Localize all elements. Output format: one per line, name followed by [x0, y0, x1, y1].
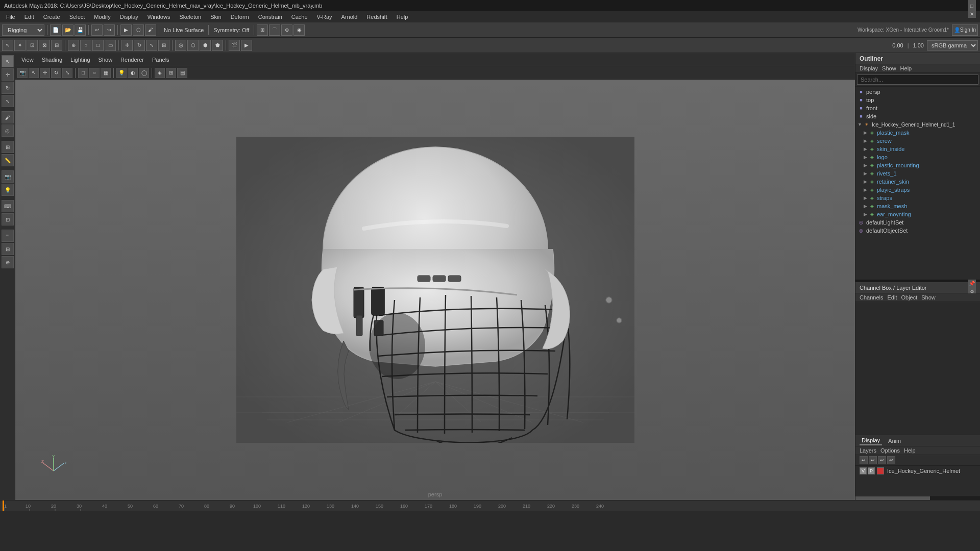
- bevel-btn[interactable]: ⬟: [212, 40, 223, 51]
- menu-windows[interactable]: Windows: [143, 13, 175, 21]
- vp-rotate-icon[interactable]: ↻: [51, 68, 61, 78]
- vp-select-icon[interactable]: ↖: [29, 68, 39, 78]
- vp-menu-view[interactable]: View: [18, 56, 37, 64]
- vp-menu-renderer[interactable]: Renderer: [117, 56, 147, 64]
- close-button[interactable]: ✕: [968, 10, 976, 18]
- snap-surface-btn[interactable]: ◉: [293, 24, 305, 36]
- ch-menu-object[interactable]: Object: [901, 294, 917, 300]
- menu-redshift[interactable]: Redshift: [362, 13, 391, 21]
- tree-item-helmet-root[interactable]: ▼ ✶ Ice_Hockey_Generic_Helmet_nd1_1: [855, 120, 980, 129]
- menu-vray[interactable]: V-Ray: [313, 13, 336, 21]
- menu-edit[interactable]: Edit: [20, 13, 38, 21]
- channel-pin-btn[interactable]: 📌: [968, 280, 976, 288]
- undo-btn[interactable]: ↩: [91, 24, 103, 36]
- menu-skin[interactable]: Skin: [206, 13, 225, 21]
- right-scrollbar[interactable]: [855, 496, 980, 500]
- script-tool[interactable]: ⌨: [2, 200, 14, 212]
- rotate-btn[interactable]: ↻: [134, 40, 145, 51]
- new-scene-btn[interactable]: 📄: [50, 24, 61, 36]
- vp-smooth-icon[interactable]: ○: [89, 68, 100, 78]
- vp-wireframe-icon[interactable]: □: [78, 68, 88, 78]
- rotate-tool[interactable]: ↻: [2, 82, 14, 94]
- tree-item-rivets[interactable]: ▶ ◈ rivets_1: [855, 169, 980, 178]
- layer-menu-help[interactable]: Help: [904, 447, 916, 454]
- deselect-btn[interactable]: ⊠: [39, 40, 50, 51]
- sculpt-tool[interactable]: ◎: [2, 124, 14, 137]
- invert-sel-btn[interactable]: ⊟: [51, 40, 62, 51]
- tree-item-plastic-mask[interactable]: ▶ ◈ plastic_mask: [855, 129, 980, 137]
- menu-help[interactable]: Help: [393, 13, 412, 21]
- vp-isolate-icon[interactable]: ◈: [155, 68, 165, 78]
- save-scene-btn[interactable]: 💾: [75, 24, 86, 36]
- render-btn[interactable]: 🎬: [229, 40, 240, 51]
- measure-tool[interactable]: 📏: [2, 154, 14, 166]
- color-space-dropdown[interactable]: sRGB gamma: [927, 40, 978, 51]
- ch-menu-channels[interactable]: Channels: [860, 294, 883, 300]
- paint-select-btn[interactable]: 🖌: [145, 24, 156, 36]
- move-btn[interactable]: ✛: [121, 40, 133, 51]
- ch-menu-show[interactable]: Show: [921, 294, 936, 300]
- menu-constrain[interactable]: Constrain: [254, 13, 286, 21]
- light-tool[interactable]: 💡: [2, 184, 14, 196]
- menu-modify[interactable]: Modify: [90, 13, 114, 21]
- layer-tool[interactable]: ⊟: [2, 243, 14, 255]
- module-dropdown[interactable]: Rigging Modeling Animation: [2, 24, 44, 36]
- layer-options-btn[interactable]: ↩: [887, 456, 895, 464]
- move-tool[interactable]: ✛: [2, 68, 14, 81]
- outliner-menu-help[interactable]: Help: [900, 65, 912, 71]
- ch-menu-edit[interactable]: Edit: [887, 294, 897, 300]
- menu-skeleton[interactable]: Skeleton: [175, 13, 205, 21]
- camera-tool[interactable]: 📷: [2, 170, 14, 183]
- attr-tool[interactable]: ⊕: [2, 256, 14, 268]
- layer-playback-btn[interactable]: P: [868, 467, 875, 474]
- vp-camera-icon[interactable]: 📷: [17, 68, 28, 78]
- tree-item-straps[interactable]: ▶ ◈ straps: [855, 194, 980, 202]
- layer-visibility-btn[interactable]: V: [860, 467, 867, 474]
- tree-item-persp[interactable]: ■ persp: [855, 88, 980, 96]
- layer-menu-options[interactable]: Options: [880, 447, 900, 454]
- menu-display[interactable]: Display: [116, 13, 142, 21]
- vp-menu-show[interactable]: Show: [95, 56, 116, 64]
- layer-menu-layers[interactable]: Layers: [860, 447, 876, 454]
- sign-in-btn[interactable]: 👤 Sign In: [952, 24, 978, 36]
- select-tool[interactable]: ↖: [2, 55, 14, 67]
- vp-texture-icon[interactable]: ▦: [101, 68, 111, 78]
- vp-light-icon[interactable]: 💡: [116, 68, 127, 78]
- open-scene-btn[interactable]: 📂: [62, 24, 74, 36]
- tree-item-retainer[interactable]: ▶ ◈ retainer_skin: [855, 178, 980, 186]
- snap-curve-btn[interactable]: ⌒: [269, 24, 280, 36]
- vp-scale-icon[interactable]: ⤡: [62, 68, 72, 78]
- tree-item-top[interactable]: ■ top: [855, 96, 980, 104]
- mirror-btn[interactable]: ⬡: [187, 40, 199, 51]
- vp-hud-icon[interactable]: ▤: [177, 68, 187, 78]
- menu-cache[interactable]: Cache: [287, 13, 312, 21]
- search-input[interactable]: [857, 74, 978, 85]
- vp-menu-shading[interactable]: Shading: [39, 56, 65, 64]
- layer-tab-display[interactable]: Display: [860, 436, 882, 445]
- scale-tool[interactable]: ⤡: [2, 95, 14, 107]
- tree-item-mask-mesh[interactable]: ▶ ◈ mask_mesh: [855, 202, 980, 210]
- layer-new-btn[interactable]: ↩: [860, 456, 868, 464]
- tree-item-defaultobjectset[interactable]: ◎ defaultObjectSet: [855, 227, 980, 235]
- transform-btn[interactable]: ⊕: [68, 40, 79, 51]
- menu-file[interactable]: File: [2, 13, 19, 21]
- lasso-tool-btn[interactable]: ⬡: [133, 24, 144, 36]
- redo-btn[interactable]: ↪: [104, 24, 115, 36]
- menu-select[interactable]: Select: [65, 13, 89, 21]
- menu-arnold[interactable]: Arnold: [337, 13, 362, 21]
- vp-menu-lighting[interactable]: Lighting: [67, 56, 93, 64]
- tree-item-front[interactable]: ■ front: [855, 104, 980, 112]
- vp-xray-icon[interactable]: ◯: [139, 68, 149, 78]
- select-tool-btn[interactable]: ▶: [120, 24, 132, 36]
- cube-btn[interactable]: □: [92, 40, 104, 51]
- right-scroll-thumb[interactable]: [855, 496, 930, 500]
- universal-btn[interactable]: ⊞: [158, 40, 169, 51]
- vp-grid-icon[interactable]: ⊞: [166, 68, 176, 78]
- paint-mode-btn[interactable]: ✦: [14, 40, 26, 51]
- viewport-canvas[interactable]: X Z Y persp: [15, 80, 855, 500]
- layer-new2-btn[interactable]: ↩: [869, 456, 877, 464]
- maximize-button[interactable]: □: [968, 2, 976, 10]
- snap-tool[interactable]: ⊞: [2, 141, 14, 153]
- soft-select-btn[interactable]: ◎: [175, 40, 186, 51]
- menu-deform[interactable]: Deform: [227, 13, 253, 21]
